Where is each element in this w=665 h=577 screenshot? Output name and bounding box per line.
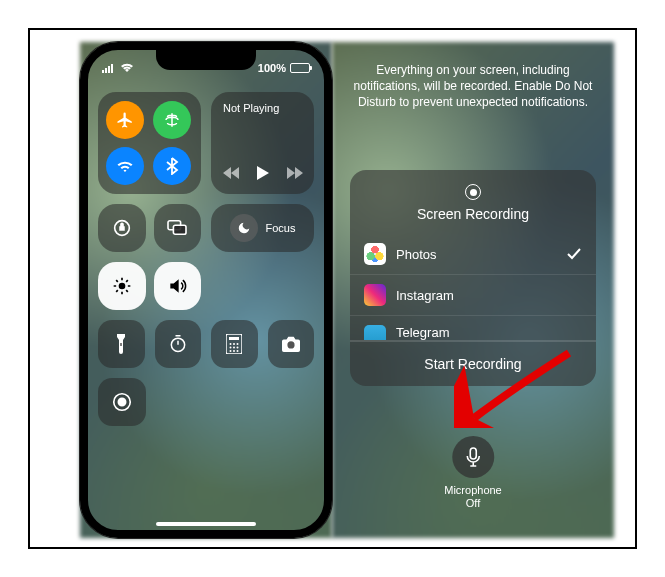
cellular-data-toggle[interactable] — [153, 101, 191, 139]
svg-rect-6 — [174, 225, 187, 234]
record-icon — [465, 184, 481, 200]
start-recording-button[interactable]: Start Recording — [350, 341, 596, 386]
svg-rect-0 — [102, 70, 104, 73]
photos-app-icon — [364, 243, 386, 265]
option-instagram[interactable]: Instagram — [350, 274, 596, 315]
option-photos[interactable]: Photos — [350, 234, 596, 274]
svg-point-29 — [233, 350, 235, 352]
media-status-label: Not Playing — [223, 102, 279, 114]
focus-label: Focus — [266, 222, 296, 234]
instagram-app-icon — [364, 284, 386, 306]
camera-button[interactable] — [268, 320, 315, 368]
svg-rect-16 — [120, 343, 122, 346]
screen-mirroring-toggle[interactable] — [154, 204, 202, 252]
svg-rect-3 — [111, 64, 113, 73]
moon-icon — [230, 214, 258, 242]
wifi-toggle[interactable] — [106, 147, 144, 185]
brightness-slider[interactable] — [98, 262, 146, 310]
play-icon[interactable] — [257, 166, 269, 180]
timer-toggle[interactable] — [155, 320, 202, 368]
svg-rect-34 — [470, 448, 476, 459]
screen-record-button[interactable] — [98, 378, 146, 426]
svg-rect-21 — [229, 337, 239, 340]
media-controls[interactable]: Not Playing — [211, 92, 314, 194]
battery-icon — [290, 63, 310, 73]
option-label: Telegram — [396, 325, 449, 340]
svg-line-13 — [126, 290, 128, 292]
svg-line-12 — [116, 280, 118, 282]
svg-rect-1 — [105, 68, 107, 73]
iphone-control-center: 100% Not Play — [80, 42, 332, 538]
start-recording-label: Start Recording — [424, 356, 521, 372]
svg-point-7 — [118, 283, 125, 290]
status-bar: 100% — [88, 58, 324, 78]
info-text: Everything on your screen, including not… — [348, 62, 598, 111]
microphone-toggle[interactable] — [452, 436, 494, 478]
svg-line-15 — [126, 280, 128, 282]
bluetooth-toggle[interactable] — [153, 147, 191, 185]
svg-point-28 — [230, 350, 232, 352]
connectivity-module[interactable] — [98, 92, 201, 194]
svg-rect-2 — [108, 66, 110, 73]
home-indicator[interactable] — [156, 522, 256, 526]
recording-options-card: Screen Recording Photos Instagram Telegr… — [350, 170, 596, 386]
telegram-app-icon — [364, 325, 386, 341]
option-label: Instagram — [396, 288, 454, 303]
svg-point-27 — [237, 347, 239, 349]
calculator-button[interactable] — [211, 320, 258, 368]
option-telegram[interactable]: Telegram — [350, 315, 596, 341]
svg-point-26 — [233, 347, 235, 349]
next-track-icon[interactable] — [287, 167, 303, 179]
battery-percent: 100% — [258, 62, 286, 74]
previous-track-icon[interactable] — [223, 167, 239, 179]
svg-point-25 — [230, 347, 232, 349]
signal-icon — [102, 63, 116, 73]
svg-point-24 — [237, 343, 239, 345]
focus-toggle[interactable]: Focus — [211, 204, 314, 252]
screen-recording-sheet: Everything on your screen, including not… — [332, 42, 614, 538]
wifi-status-icon — [120, 63, 134, 73]
svg-point-23 — [233, 343, 235, 345]
microphone-label: Microphone Off — [444, 484, 501, 510]
svg-point-30 — [237, 350, 239, 352]
option-label: Photos — [396, 247, 436, 262]
flashlight-toggle[interactable] — [98, 320, 145, 368]
airplane-mode-toggle[interactable] — [106, 101, 144, 139]
orientation-lock-toggle[interactable] — [98, 204, 146, 252]
svg-point-22 — [230, 343, 232, 345]
svg-point-33 — [118, 398, 125, 405]
volume-slider[interactable] — [154, 262, 202, 310]
svg-point-31 — [287, 341, 294, 348]
card-title: Screen Recording — [417, 206, 529, 222]
checkmark-icon — [566, 248, 582, 260]
svg-line-14 — [116, 290, 118, 292]
